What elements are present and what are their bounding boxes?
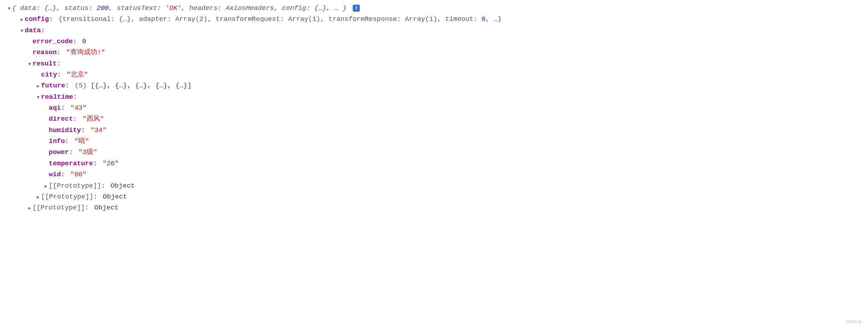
console-object-tree: { data: {…}, status: 200, statusText: 'O… [0, 3, 868, 214]
info-row[interactable]: info: "晴" [6, 136, 868, 147]
property-key: result [33, 60, 57, 68]
property-value: 0 [82, 38, 86, 45]
property-value: "西风" [82, 115, 104, 123]
city-row[interactable]: city: "北京" [6, 69, 868, 80]
direct-row[interactable]: direct: "西风" [6, 114, 868, 125]
wid-row[interactable]: wid: "00" [6, 169, 868, 180]
config-row[interactable]: config: {transitional: {…}, adapter: Arr… [6, 14, 868, 25]
humidity-row[interactable]: humidity: "34" [6, 125, 868, 136]
property-key: data [25, 27, 41, 34]
property-key: wid [49, 171, 61, 178]
property-value: "43" [70, 104, 87, 112]
property-value: "3级" [78, 148, 97, 156]
property-key: [[Prototype]] [33, 204, 85, 212]
expand-arrow-icon[interactable] [43, 183, 49, 190]
reason-row[interactable]: reason: "查询成功!" [6, 47, 868, 58]
data-row[interactable]: data: [6, 25, 868, 36]
property-key: info [49, 137, 65, 145]
expand-arrow-icon[interactable] [19, 27, 25, 35]
property-value: Object [94, 204, 118, 212]
expand-arrow-icon[interactable] [6, 5, 12, 12]
property-value: "查询成功!" [66, 48, 105, 56]
expand-arrow-icon[interactable] [19, 16, 25, 23]
property-value: Object [103, 193, 127, 201]
property-key: [[Prototype]] [41, 193, 93, 201]
property-key: error_code [33, 38, 73, 45]
property-key: power [49, 148, 69, 156]
property-value: "34" [90, 126, 107, 134]
temperature-row[interactable]: temperature: "26" [6, 158, 868, 169]
property-key: direct [49, 115, 73, 123]
expand-arrow-icon[interactable] [27, 61, 33, 68]
property-key: humidity [49, 126, 81, 134]
property-key: future [41, 82, 65, 90]
config-summary: config: {transitional: {…}, adapter: Arr… [25, 14, 502, 25]
property-key: aqi [49, 104, 61, 112]
info-icon[interactable]: i [353, 5, 360, 12]
array-count: (5) [75, 82, 87, 90]
prototype-row[interactable]: [[Prototype]]: Object [6, 191, 868, 202]
prototype-row[interactable]: [[Prototype]]: Object [6, 180, 868, 191]
error-code-row[interactable]: error_code: 0 [6, 36, 868, 47]
array-preview: [{…}, {…}, {…}, {…}, {…}] [91, 82, 192, 90]
result-row[interactable]: result: [6, 58, 868, 69]
root-summary: { data: {…}, status: 200, statusText: 'O… [12, 3, 360, 14]
root-row[interactable]: { data: {…}, status: 200, statusText: 'O… [6, 3, 868, 14]
property-key: reason [33, 48, 57, 56]
property-key: city [41, 71, 57, 79]
property-value: "00" [70, 171, 87, 178]
property-key: temperature [49, 160, 93, 167]
future-row[interactable]: future: (5) [{…}, {…}, {…}, {…}, {…}] [6, 80, 868, 91]
expand-arrow-icon[interactable] [35, 194, 41, 201]
expand-arrow-icon[interactable] [35, 82, 41, 90]
property-value: Object [111, 182, 135, 190]
property-value: "26" [102, 160, 119, 167]
aqi-row[interactable]: aqi: "43" [6, 103, 868, 114]
realtime-row[interactable]: realtime: [6, 92, 868, 103]
property-value: "北京" [66, 71, 88, 79]
expand-arrow-icon[interactable] [27, 205, 33, 212]
prototype-row[interactable]: [[Prototype]]: Object [6, 202, 868, 213]
property-value: "晴" [74, 137, 89, 145]
property-key: [[Prototype]] [49, 182, 101, 190]
power-row[interactable]: power: "3级" [6, 147, 868, 158]
property-key: realtime [41, 93, 73, 101]
expand-arrow-icon[interactable] [35, 94, 41, 101]
